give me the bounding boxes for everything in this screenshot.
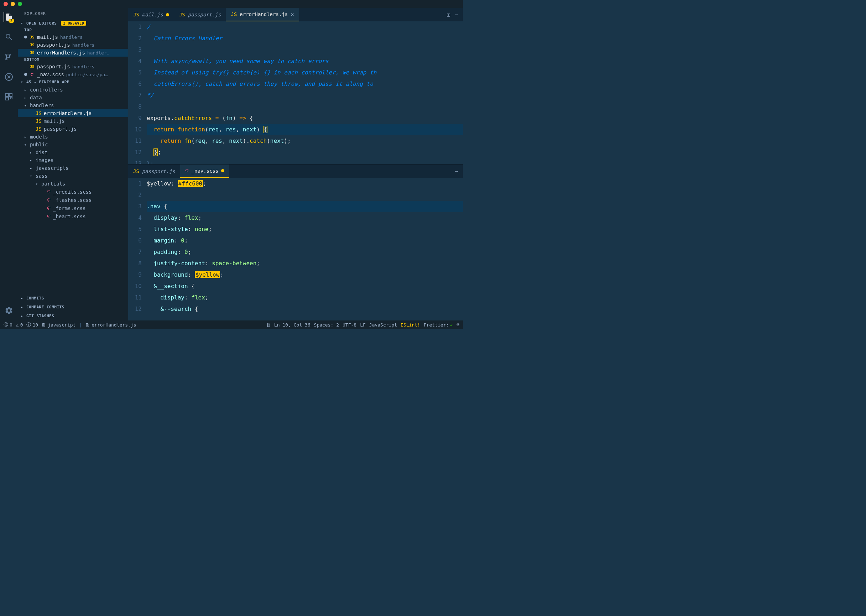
editor-tab[interactable]: JS mail.js (128, 8, 174, 21)
status-errors[interactable]: ⓧ 0 (3, 322, 13, 328)
tree-item[interactable]: partials (18, 180, 128, 188)
tree-item[interactable]: public (18, 141, 128, 148)
window-minimize-button[interactable] (11, 2, 15, 6)
line-number: 3 (128, 201, 142, 212)
scss-file-icon: ଟ (47, 197, 50, 203)
tree-item[interactable]: JSmail.js (18, 117, 128, 125)
open-editors-header[interactable]: OPEN EDITORS 2 UNSAVED (18, 20, 128, 27)
code-line[interactable]: padding: 0; (147, 247, 463, 258)
search-icon[interactable] (4, 32, 14, 42)
tree-item[interactable]: controllers (18, 86, 128, 94)
window-maximize-button[interactable] (18, 2, 22, 6)
tree-item[interactable]: dist (18, 148, 128, 156)
split-editor-icon[interactable]: ◫ (447, 12, 450, 17)
file-name: errorHandlers.js (37, 50, 85, 55)
status-encoding[interactable]: UTF-8 (343, 322, 357, 328)
code-line[interactable]: catchErrors(), catch and errors they thr… (147, 79, 463, 90)
more-actions-icon[interactable]: ⋯ (455, 12, 458, 17)
tree-item[interactable]: ଟ_forms.scss (18, 204, 128, 212)
sidebar-section-header[interactable]: GIT STASHES (18, 311, 128, 321)
explorer-icon[interactable]: 2 (3, 12, 14, 22)
tree-item[interactable]: ଟ_credits.scss (18, 188, 128, 196)
js-file-icon: JS (36, 118, 42, 124)
chevron-icon (36, 182, 39, 186)
status-lang-icon[interactable]: 🗎 javascript (42, 322, 75, 328)
more-actions-icon[interactable]: ⋯ (455, 168, 458, 174)
close-icon[interactable]: × (291, 11, 294, 18)
code-line[interactable]: }; (147, 147, 463, 158)
extensions-icon[interactable] (4, 92, 14, 102)
code-line[interactable]: background: $yellow; (147, 269, 463, 281)
editor-tab[interactable]: JS errorHandlers.js × (226, 8, 299, 21)
js-file-icon: JS (36, 110, 42, 116)
tree-item[interactable]: handlers (18, 102, 128, 109)
status-prettier[interactable]: Prettier: ✓ (424, 322, 453, 328)
debug-icon[interactable] (4, 72, 14, 82)
status-spaces[interactable]: Spaces: 2 (314, 322, 339, 328)
status-trash-icon[interactable]: 🗑 (266, 322, 270, 328)
project-header[interactable]: 45 - FINISHED APP (18, 79, 128, 86)
code-line[interactable]: &--search { (147, 303, 463, 315)
open-editor-item[interactable]: ଟ _nav.scss public/sass/pa… (18, 71, 128, 79)
tree-item[interactable]: JSpassport.js (18, 125, 128, 133)
folder-name: models (30, 134, 48, 140)
tree-item[interactable]: models (18, 133, 128, 141)
code-line[interactable]: exports.catchErrors = (fn) => { (147, 113, 463, 124)
sidebar-section-header[interactable]: COMMITS (18, 294, 128, 303)
editor-tab[interactable]: JS passport.js (128, 165, 180, 178)
code-line[interactable]: Instead of using try{} catch(e) {} in ea… (147, 67, 463, 79)
editor-bottom[interactable]: 123456789101112 $yellow: #ffc600;.nav { … (128, 178, 463, 321)
code-line[interactable]: &__section { (147, 281, 463, 292)
code-line[interactable]: $yellow: #ffc600; (147, 178, 463, 189)
tree-item[interactable]: sass (18, 172, 128, 180)
status-eol[interactable]: LF (360, 322, 366, 328)
code-line[interactable]: .nav { (147, 201, 463, 212)
code-line[interactable]: list-style: none; (147, 224, 463, 235)
line-number: 4 (128, 212, 142, 224)
status-info[interactable]: ⓘ 10 (26, 322, 38, 328)
js-file-icon: JS (231, 11, 237, 17)
tree-item[interactable]: ଟ_flashes.scss (18, 196, 128, 204)
status-position[interactable]: Ln 10, Col 36 (274, 322, 311, 328)
chevron-icon (24, 96, 28, 100)
code-line[interactable]: display: flex; (147, 212, 463, 224)
tree-item[interactable]: javascripts (18, 164, 128, 172)
editor-top[interactable]: 12345678910111213 / Catch Errors Handler… (128, 21, 463, 164)
js-file-icon: JS (29, 64, 35, 69)
settings-icon[interactable] (4, 305, 14, 316)
file-name: passport.js (44, 126, 77, 132)
status-language[interactable]: JavaScript (369, 322, 397, 328)
folder-name: javascripts (36, 165, 69, 171)
code-line[interactable] (147, 189, 463, 201)
code-line[interactable]: margin: 0; (147, 235, 463, 247)
open-editor-item[interactable]: JS passport.js handlers (18, 63, 128, 71)
sidebar-section-header[interactable]: COMPARE COMMITS (18, 303, 128, 311)
tree-item[interactable]: ଟ_heart.scss (18, 212, 128, 220)
editor-tab[interactable]: JS passport.js (174, 8, 226, 21)
code-line[interactable]: / (147, 21, 463, 33)
tree-item[interactable]: images (18, 156, 128, 164)
code-line[interactable]: */ (147, 90, 463, 101)
code-line[interactable]: display: flex; (147, 292, 463, 303)
status-eslint[interactable]: ESLint! (401, 322, 420, 328)
source-control-icon[interactable] (4, 52, 14, 62)
chevron-icon (24, 143, 28, 147)
code-line[interactable]: With async/await, you need some way to c… (147, 55, 463, 67)
open-editor-item[interactable]: JS mail.js handlers (18, 33, 128, 41)
window-close-button[interactable] (3, 2, 8, 6)
code-line[interactable]: justify-content: space-between; (147, 258, 463, 269)
code-line[interactable]: return function(req, res, next) { (147, 124, 463, 135)
editor-tab[interactable]: ଟ _nav.scss (180, 165, 229, 178)
code-line[interactable]: return fn(req, res, next).catch(next); (147, 135, 463, 147)
code-line[interactable]: Catch Errors Handler (147, 33, 463, 44)
code-line[interactable] (147, 44, 463, 55)
code-line[interactable]: }; (147, 158, 463, 164)
open-editor-item[interactable]: JS passport.js handlers (18, 41, 128, 49)
status-file[interactable]: 🗎 errorHandlers.js (85, 322, 136, 328)
tree-item[interactable]: JSerrorHandlers.js (18, 109, 128, 117)
status-smiley-icon[interactable]: ☺ (456, 322, 459, 328)
tree-item[interactable]: data (18, 94, 128, 102)
open-editor-item[interactable]: JS errorHandlers.js handler… (18, 49, 128, 57)
status-warnings[interactable]: ⚠ 0 (16, 322, 23, 328)
code-line[interactable] (147, 101, 463, 113)
